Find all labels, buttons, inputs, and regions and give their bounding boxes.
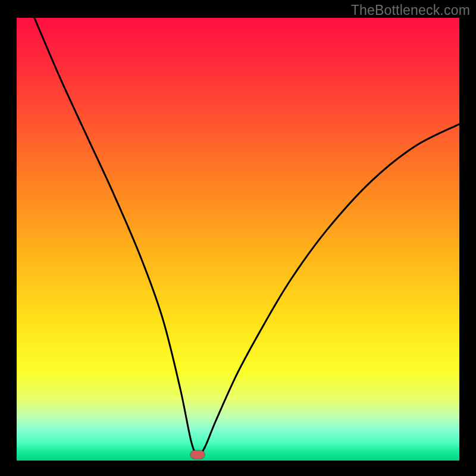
chart-frame: TheBottleneck.com — [0, 0, 476, 476]
watermark-text: TheBottleneck.com — [351, 2, 470, 18]
bottleneck-curve — [17, 18, 459, 461]
optimum-marker — [190, 450, 205, 459]
